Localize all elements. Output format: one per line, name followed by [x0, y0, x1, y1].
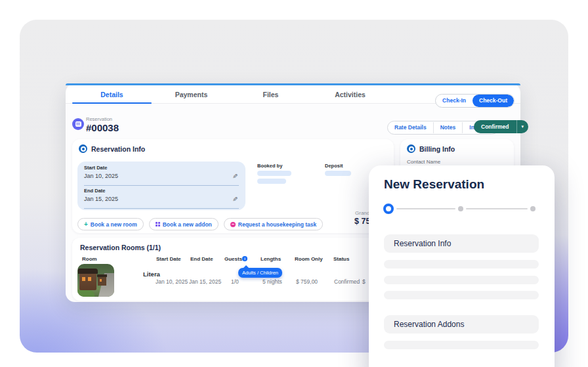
start-date-value[interactable]: Jan 10, 2025 [84, 173, 239, 179]
grid-icon [156, 222, 160, 227]
col-room: Room [82, 256, 97, 262]
deposit-skeleton [325, 171, 351, 176]
row-total-partial: $ [362, 278, 366, 285]
contact-name-label: Contact Name [407, 159, 440, 165]
booked-by-skeleton [257, 171, 291, 176]
new-reservation-panel: New Reservation Reservation Info Reserva… [369, 165, 555, 367]
reservation-rooms-title: Reservation Rooms (1/1) [80, 244, 161, 251]
status-badge: Confirmed [474, 123, 516, 130]
end-date-value[interactable]: Jan 15, 2025 [84, 196, 239, 202]
tab-activities[interactable]: Activities [310, 85, 390, 103]
screenshot-root: Details Payments Files Activities Check-… [0, 0, 588, 367]
form-skeleton [384, 341, 539, 349]
stepper-line [466, 208, 528, 209]
check-out-button[interactable]: Check-Out [472, 95, 514, 107]
plus-icon: + [84, 221, 88, 228]
status-dropdown-button[interactable]: Confirmed ▾ [474, 120, 528, 133]
row-end-date: Jan 15, 2025 [189, 278, 221, 285]
info-icon [79, 144, 87, 153]
tab-payments[interactable]: Payments [152, 85, 231, 103]
col-room-only: Room Only [295, 256, 323, 262]
reservation-eyebrow-label: Reservation [86, 116, 112, 122]
guests-tooltip: Adults / Children [238, 268, 282, 278]
row-status: Confirmed [334, 278, 360, 285]
quick-action-buttons: + Book a new room Book a new addon Reque… [77, 218, 323, 230]
reservation-badge-icon [72, 118, 84, 130]
notes-button[interactable]: Notes [434, 122, 463, 133]
row-lengths: 5 nights [262, 278, 282, 285]
stepper-line [396, 208, 455, 209]
guests-info-icon[interactable]: i [242, 256, 247, 261]
stepper-step-1-active[interactable] [383, 204, 394, 214]
date-fields-group: Start Date Jan 10, 2025 ✎ End Date Jan 1… [77, 162, 245, 210]
section-reservation-addons[interactable]: Reservation Addons [384, 315, 539, 334]
rate-details-button[interactable]: Rate Details [388, 122, 434, 133]
col-status: Status [333, 256, 349, 262]
billing-info-title: Billing Info [419, 145, 455, 153]
start-date-field[interactable]: Start Date Jan 10, 2025 ✎ [84, 165, 239, 186]
tab-details[interactable]: Details [72, 85, 152, 103]
book-new-addon-button[interactable]: Book a new addon [149, 218, 219, 230]
check-in-button[interactable]: Check-In [436, 95, 472, 106]
request-housekeeping-label: Request a housekeeping task [238, 221, 317, 228]
col-lengths: Lengths [261, 256, 281, 262]
booked-by-skeleton [257, 179, 286, 184]
room-name[interactable]: Litera [143, 270, 160, 278]
request-housekeeping-button[interactable]: Request a housekeeping task [224, 218, 324, 230]
col-end-date: End Date [190, 256, 213, 262]
field-underline [84, 208, 239, 209]
stepper-step-3[interactable] [530, 206, 536, 211]
booked-by-label: Booked by [257, 163, 282, 169]
end-date-field[interactable]: End Date Jan 15, 2025 ✎ [84, 188, 239, 209]
col-start-date: Start Date [156, 256, 181, 262]
form-skeleton [384, 291, 539, 299]
tabs: Details Payments Files Activities [72, 85, 390, 103]
book-new-room-button[interactable]: + Book a new room [77, 218, 144, 230]
col-guests: Guests [224, 256, 242, 262]
reservation-info-card: Reservation Info Start Date Jan 10, 2025… [72, 139, 394, 233]
tab-files[interactable]: Files [231, 85, 310, 103]
edit-pencil-icon[interactable]: ✎ [232, 196, 238, 203]
row-guests: 1/0 [231, 278, 239, 285]
form-skeleton [384, 276, 539, 284]
row-start-date: Jan 10, 2025 [156, 278, 188, 285]
check-segmented-control: Check-In Check-Out [435, 94, 514, 108]
end-date-label: End Date [84, 188, 239, 194]
row-room-only: $ 759,00 [296, 278, 318, 285]
reservation-id: #00038 [86, 122, 119, 133]
form-skeleton [384, 260, 539, 269]
info-icon [407, 144, 415, 153]
start-date-label: Start Date [84, 165, 239, 171]
new-reservation-title: New Reservation [384, 177, 484, 192]
edit-pencil-icon[interactable]: ✎ [232, 173, 238, 180]
housekeeping-icon [230, 222, 236, 227]
section-reservation-info[interactable]: Reservation Info [384, 234, 539, 253]
field-underline [84, 185, 239, 186]
stepper-step-2[interactable] [458, 206, 463, 211]
deposit-label: Deposit [325, 163, 343, 169]
reservation-info-title: Reservation Info [91, 145, 145, 153]
book-new-addon-label: Book a new addon [163, 221, 212, 228]
tab-bar: Details Payments Files Activities Check-… [66, 85, 520, 104]
room-photo[interactable] [77, 264, 114, 297]
book-new-room-label: Book a new room [91, 221, 137, 228]
